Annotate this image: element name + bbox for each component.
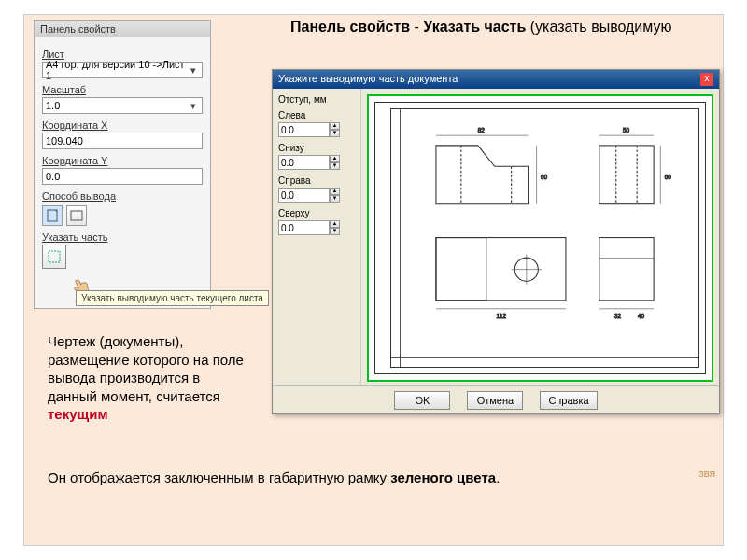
select-output-part-dialog: Укажите выводимую часть документа x Отст… <box>272 69 720 414</box>
svg-text:112: 112 <box>497 313 507 319</box>
description-paragraph-2: Он отображается заключенным в габаритную… <box>48 469 683 487</box>
margin-top-input[interactable]: 0.0 <box>278 220 330 235</box>
drawing-preview[interactable]: 82 60 50 <box>367 94 713 382</box>
coord-y-input[interactable]: 0.0 <box>42 168 203 185</box>
scale-value: 1.0 <box>46 100 60 111</box>
coord-x-label: Координата X <box>42 119 203 131</box>
properties-panel: Панель свойств Лист А4 гор. для версии 1… <box>34 20 211 309</box>
specify-part-label: Указать часть <box>42 231 203 243</box>
author-signature: ЗВЯ <box>698 470 715 480</box>
help-button[interactable]: Справка <box>540 391 597 410</box>
list-value: А4 гор. для версии 10 ->Лист 1 <box>46 59 188 81</box>
coord-x-input[interactable]: 109.040 <box>42 133 203 149</box>
svg-text:82: 82 <box>478 127 485 133</box>
spinner-up[interactable]: ▲ <box>330 220 340 228</box>
dialog-titlebar[interactable]: Укажите выводимую часть документа x <box>273 70 719 89</box>
properties-panel-title: Панель свойств <box>35 21 210 37</box>
margin-right-label: Справа <box>278 175 355 186</box>
description-paragraph-1: Чертеж (документы), размещение которого … <box>48 332 253 424</box>
margin-left-label: Слева <box>278 110 355 120</box>
scale-label: Масштаб <box>42 84 203 95</box>
drawing-sheet: 82 60 50 <box>374 102 706 374</box>
sheet-icon <box>70 210 83 221</box>
titleblock-bottom <box>391 357 698 367</box>
spinner-down[interactable]: ▼ <box>330 162 340 170</box>
cancel-button[interactable]: Отмена <box>467 391 523 410</box>
svg-text:40: 40 <box>638 313 644 319</box>
dialog-title-text: Укажите выводимую часть документа <box>278 73 458 86</box>
dialog-button-row: OK Отмена Справка <box>273 385 719 413</box>
spinner-up[interactable]: ▲ <box>330 122 340 130</box>
margins-panel: Отступ, мм Слева 0.0▲▼ Снизу 0.0▲▼ Справ… <box>273 89 361 387</box>
slide-frame: Панель свойств Лист А4 гор. для версии 1… <box>23 14 724 546</box>
heading-bold-2: Указать часть <box>423 19 526 35</box>
slide-heading: Панель свойств - Указать часть (указать … <box>290 18 701 37</box>
spinner-up[interactable]: ▲ <box>330 155 340 162</box>
coord-x-value: 109.040 <box>46 135 83 147</box>
svg-rect-2 <box>49 251 60 262</box>
dialog-body: Отступ, мм Слева 0.0▲▼ Снизу 0.0▲▼ Справ… <box>273 89 719 387</box>
svg-rect-9 <box>599 146 654 204</box>
titleblock-side <box>391 109 401 367</box>
specify-part-button[interactable] <box>42 245 66 269</box>
coord-y-label: Координата Y <box>42 155 203 166</box>
drawing-frame: 82 60 50 <box>390 108 699 368</box>
margin-right-input[interactable]: 0.0 <box>278 188 330 203</box>
spinner-down[interactable]: ▼ <box>330 195 340 203</box>
list-dropdown[interactable]: А4 гор. для версии 10 ->Лист 1 ▾ <box>42 62 203 78</box>
svg-rect-17 <box>436 238 486 301</box>
ok-button[interactable]: OK <box>394 391 450 410</box>
crop-selection-icon <box>47 249 62 264</box>
specify-part-tooltip: Указать выводимую часть текущего листа <box>76 290 269 306</box>
close-button[interactable]: x <box>700 73 713 86</box>
output-mode-sheet-button[interactable] <box>66 205 87 226</box>
margins-header: Отступ, мм <box>278 94 355 105</box>
spinner-down[interactable]: ▼ <box>330 130 340 137</box>
svg-text:60: 60 <box>665 174 671 180</box>
margin-top-label: Сверху <box>278 208 355 218</box>
scale-dropdown[interactable]: 1.0 ▾ <box>42 97 203 114</box>
margin-bottom-input[interactable]: 0.0 <box>278 155 330 170</box>
spinner-down[interactable]: ▼ <box>330 228 340 235</box>
output-mode-page-button[interactable] <box>42 205 63 226</box>
svg-text:50: 50 <box>623 127 629 133</box>
properties-panel-body: Лист А4 гор. для версии 10 ->Лист 1 ▾ Ма… <box>35 37 210 274</box>
chevron-down-icon[interactable]: ▾ <box>188 100 199 112</box>
svg-rect-0 <box>48 210 57 221</box>
margin-bottom-label: Снизу <box>278 143 355 153</box>
output-mode-row <box>42 205 203 226</box>
margin-left-input[interactable]: 0.0 <box>278 122 330 137</box>
svg-text:32: 32 <box>614 313 621 319</box>
svg-text:60: 60 <box>541 174 547 180</box>
page-icon <box>47 209 58 222</box>
output-mode-label: Способ вывода <box>42 190 203 202</box>
chevron-down-icon[interactable]: ▾ <box>188 64 199 77</box>
technical-views: 82 60 50 <box>419 120 687 329</box>
svg-rect-23 <box>599 238 654 301</box>
coord-y-value: 0.0 <box>46 171 60 182</box>
heading-bold-1: Панель свойств <box>290 19 410 35</box>
svg-rect-1 <box>71 211 82 220</box>
svg-rect-16 <box>436 238 566 301</box>
spinner-up[interactable]: ▲ <box>330 188 340 195</box>
